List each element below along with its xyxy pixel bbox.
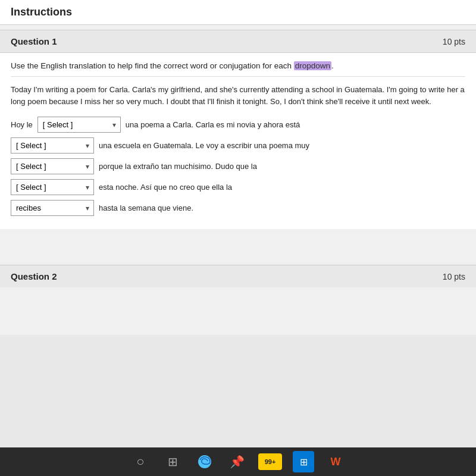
- taskbar: ○ ⊞ 📌 99+ ⊞ W: [0, 447, 476, 476]
- question1-title: Question 1: [11, 36, 57, 46]
- question1-pts: 10 pts: [443, 37, 465, 46]
- row3-select[interactable]: [ Select ]: [11, 158, 94, 174]
- question2-header: Question 2 10 pts: [0, 265, 476, 287]
- passage-text: Today I'm writing a poem for Carla. Carl…: [11, 84, 465, 107]
- taskbar-store-icon[interactable]: 99+: [258, 453, 282, 470]
- row1-prefix: Hoy le: [11, 120, 33, 129]
- row4-select[interactable]: [ Select ]: [11, 179, 94, 195]
- row5-select[interactable]: recibes: [11, 200, 94, 216]
- taskbar-grid-icon[interactable]: ⊞: [162, 451, 183, 472]
- row2-select-wrapper: [ Select ]: [11, 137, 94, 154]
- question1-block: Question 1 10 pts Use the English transl…: [0, 30, 476, 229]
- question2-pts: 10 pts: [443, 272, 465, 281]
- fill-row-4: [ Select ] esta noche. Así que no creo q…: [11, 179, 465, 195]
- row3-select-wrapper: [ Select ]: [11, 158, 94, 174]
- taskbar-circle-button[interactable]: ○: [130, 451, 151, 472]
- instruction-prefix: Use the English translation to help find…: [11, 61, 294, 70]
- fill-row-5: recibes hasta la semana que viene.: [11, 200, 465, 216]
- dropdown-highlight: dropdown: [294, 61, 331, 70]
- row2-suffix: una escuela en Guatemala. Le voy a escri…: [99, 141, 309, 150]
- instructions-header: Instructions: [0, 0, 476, 25]
- instructions-title: Instructions: [11, 6, 465, 18]
- row4-suffix: esta noche. Así que no creo que ella la: [99, 183, 232, 192]
- question1-header: Question 1 10 pts: [0, 30, 476, 53]
- taskbar-pin-icon[interactable]: 📌: [226, 451, 248, 472]
- row5-select-wrapper: recibes: [11, 200, 94, 216]
- row3-suffix: porque la extraño tan muchisimo. Dudo qu…: [99, 162, 257, 171]
- row2-select[interactable]: [ Select ]: [11, 137, 94, 154]
- fill-row-1: Hoy le [ Select ] una poema a Carla. Car…: [11, 117, 465, 133]
- question1-body: Use the English translation to help find…: [0, 53, 476, 229]
- instruction-text: Use the English translation to help find…: [11, 61, 465, 77]
- question2-title: Question 2: [11, 271, 57, 281]
- taskbar-apps-icon[interactable]: ⊞: [293, 451, 314, 472]
- taskbar-office-icon[interactable]: W: [325, 451, 346, 472]
- store-label: 99+: [265, 458, 276, 465]
- row1-suffix: una poema a Carla. Carla es mi novia y a…: [126, 120, 300, 129]
- taskbar-edge-icon[interactable]: [194, 451, 215, 472]
- instruction-suffix: .: [331, 61, 334, 70]
- bottom-spacer: [0, 287, 476, 335]
- spacer: [0, 234, 476, 258]
- row1-select-wrapper: [ Select ]: [37, 117, 121, 133]
- fill-row-3: [ Select ] porque la extraño tan muchisi…: [11, 158, 465, 174]
- row4-select-wrapper: [ Select ]: [11, 179, 94, 195]
- fill-row-2: [ Select ] una escuela en Guatemala. Le …: [11, 137, 465, 154]
- row1-select[interactable]: [ Select ]: [37, 117, 121, 133]
- row5-suffix: hasta la semana que viene.: [99, 203, 193, 212]
